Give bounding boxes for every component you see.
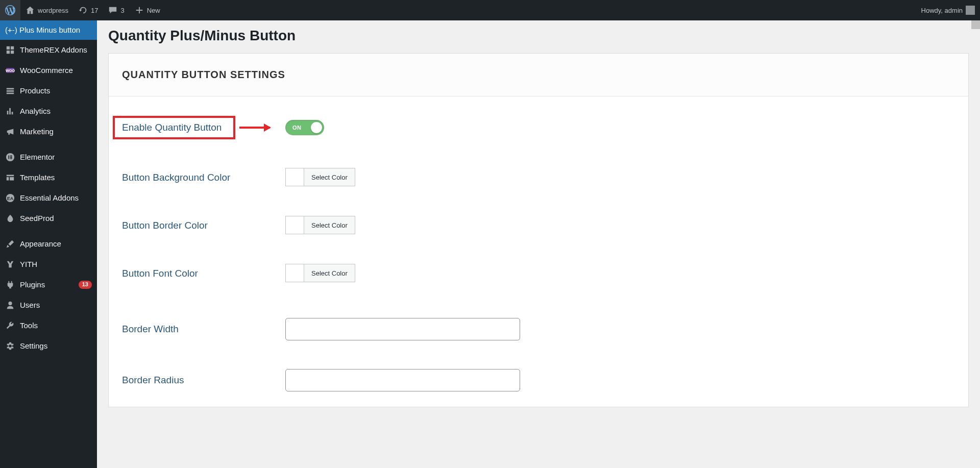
sidebar-item-users[interactable]: Users: [0, 295, 97, 315]
control-bg-color: Select Color: [285, 168, 955, 187]
comments-link[interactable]: 3: [103, 0, 129, 20]
my-account-link[interactable]: Howdy, admin: [916, 0, 980, 20]
control-border-radius: [285, 369, 955, 391]
plugin-icon: [5, 280, 15, 290]
control-border-width: [285, 318, 955, 340]
sidebar-item-plus-minus[interactable]: (+-) Plus Minus button: [0, 20, 97, 40]
sidebar-item-label: Settings: [20, 341, 92, 351]
sidebar-item-label: YITH: [20, 260, 92, 269]
control-enable-quantity: ON: [285, 120, 955, 135]
border-width-input[interactable]: [285, 318, 520, 340]
sidebar-item-woocommerce[interactable]: WOO WooCommerce: [0, 60, 97, 81]
comments-count: 3: [120, 7, 124, 14]
border-radius-input[interactable]: [285, 369, 520, 391]
settings-panel: QUANTITY BUTTON SETTINGS Enable Quantity…: [108, 53, 969, 407]
sidebar-item-settings[interactable]: Settings: [0, 336, 97, 356]
sidebar-item-label: Marketing: [20, 127, 92, 136]
home-icon: [26, 6, 35, 15]
row-font-color: Button Font Color Select Color: [122, 250, 955, 298]
updates-link[interactable]: 17: [74, 0, 103, 20]
select-color-button[interactable]: Select Color: [304, 264, 355, 282]
sidebar-item-marketing[interactable]: Marketing: [0, 121, 97, 142]
svg-text:EA: EA: [7, 196, 14, 201]
sidebar-item-templates[interactable]: Templates: [0, 167, 97, 188]
sidebar-item-tools[interactable]: Tools: [0, 315, 97, 336]
sidebar-separator: [0, 229, 97, 234]
sidebar-separator: [0, 142, 97, 147]
sidebar-item-essential-addons[interactable]: EA Essential Addons: [0, 188, 97, 208]
label-font-color: Button Font Color: [122, 268, 285, 279]
sidebar-item-elementor[interactable]: Elementor: [0, 147, 97, 167]
admin-bar: wordpress 17 3 New Howdy, admin: [0, 0, 980, 20]
updates-count: 17: [91, 7, 98, 14]
sidebar-item-themerex[interactable]: ThemeREX Addons: [0, 40, 97, 60]
annotation-highlight-box: Enable Quantity Button: [113, 116, 235, 139]
content-area: Quantity Plus/Minus Button QUANTITY BUTT…: [97, 20, 980, 468]
annotation-arrow: [239, 127, 270, 129]
control-border-color: Select Color: [285, 216, 955, 235]
sidebar-item-label: Users: [20, 301, 92, 310]
elementor-icon: [5, 152, 15, 162]
sidebar-item-label: (+-) Plus Minus button: [5, 26, 92, 35]
row-bg-color: Button Background Color Select Color: [122, 154, 955, 202]
toggle-on-label: ON: [285, 125, 302, 131]
color-swatch: [286, 168, 304, 186]
templates-icon: [5, 173, 15, 183]
products-icon: [5, 86, 15, 96]
sidebar-item-label: Essential Addons: [20, 193, 92, 203]
enable-quantity-toggle[interactable]: ON: [285, 120, 324, 135]
user-icon: [5, 300, 15, 310]
sidebar-item-label: Elementor: [20, 153, 92, 162]
sidebar-item-yith[interactable]: YITH: [0, 254, 97, 275]
woocommerce-icon: WOO: [5, 65, 15, 76]
sidebar-item-seedprod[interactable]: SeedProd: [0, 208, 97, 229]
select-color-button[interactable]: Select Color: [304, 168, 355, 186]
bg-color-picker[interactable]: Select Color: [285, 168, 355, 186]
sidebar-item-analytics[interactable]: Analytics: [0, 101, 97, 121]
settings-body: Enable Quantity Button ON: [109, 96, 968, 407]
border-color-picker[interactable]: Select Color: [285, 216, 355, 234]
font-color-picker[interactable]: Select Color: [285, 264, 355, 282]
sidebar-item-plugins[interactable]: Plugins 13: [0, 275, 97, 295]
new-content-link[interactable]: New: [130, 0, 165, 20]
label-border-radius: Border Radius: [122, 375, 285, 386]
settings-heading: QUANTITY BUTTON SETTINGS: [109, 54, 968, 96]
row-border-radius: Border Radius: [122, 355, 955, 391]
sidebar-item-label: WooCommerce: [20, 66, 92, 75]
color-swatch: [286, 264, 304, 282]
new-content-text: New: [147, 7, 160, 14]
label-enable-quantity: Enable Quantity Button: [122, 122, 222, 133]
label-bg-color: Button Background Color: [122, 172, 285, 183]
refresh-icon: [79, 6, 88, 15]
sidebar-item-appearance[interactable]: Appearance: [0, 234, 97, 254]
scrollbar-up-button[interactable]: [971, 20, 980, 29]
wordpress-icon: [5, 5, 15, 15]
admin-sidebar: (+-) Plus Minus button ThemeREX Addons W…: [0, 20, 97, 468]
megaphone-icon: [5, 127, 15, 137]
select-color-button[interactable]: Select Color: [304, 216, 355, 234]
color-swatch: [286, 216, 304, 234]
plus-icon: [135, 6, 144, 15]
brush-icon: [5, 239, 15, 249]
admin-bar-right: Howdy, admin: [916, 0, 980, 20]
sidebar-item-label: ThemeREX Addons: [20, 45, 92, 55]
sidebar-item-label: Products: [20, 86, 92, 95]
sidebar-item-label: Appearance: [20, 239, 92, 249]
page-title: Quantity Plus/Minus Button: [97, 20, 980, 53]
admin-bar-left: wordpress 17 3 New: [0, 0, 165, 20]
essential-addons-icon: EA: [5, 193, 15, 203]
site-name-link[interactable]: wordpress: [20, 0, 74, 20]
sidebar-item-label: Tools: [20, 321, 92, 330]
yith-icon: [5, 259, 15, 269]
wp-logo-menu[interactable]: [0, 0, 20, 20]
label-border-width: Border Width: [122, 324, 285, 335]
svg-text:WOO: WOO: [6, 68, 15, 73]
grid-icon: [5, 45, 15, 55]
howdy-text: Howdy, admin: [921, 7, 963, 14]
sidebar-item-products[interactable]: Products: [0, 81, 97, 101]
control-font-color: Select Color: [285, 264, 955, 283]
row-enable-quantity: Enable Quantity Button ON: [122, 102, 955, 154]
sidebar-item-label: Templates: [20, 173, 92, 182]
site-name-text: wordpress: [38, 7, 68, 14]
avatar: [966, 6, 975, 15]
